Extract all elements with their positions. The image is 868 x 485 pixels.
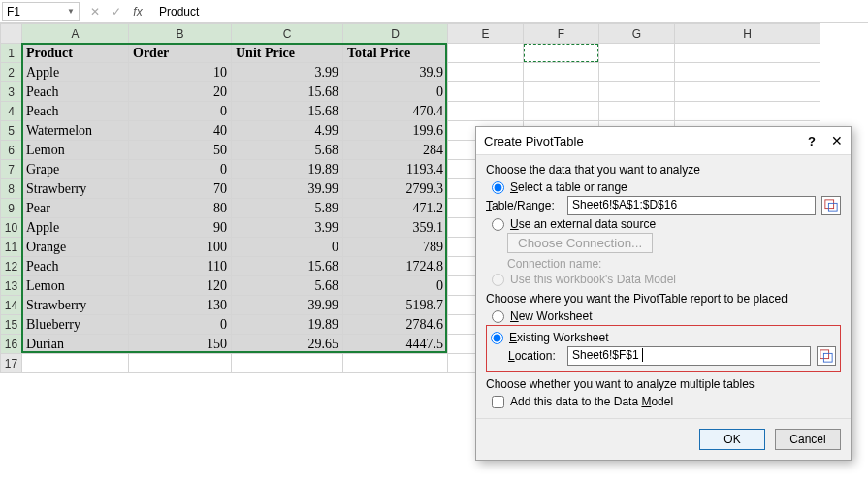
location-input[interactable]: Sheet6!$F$1 [567, 346, 811, 366]
formula-input[interactable]: Product [153, 2, 866, 21]
row-header[interactable]: 5 [1, 121, 22, 141]
cell[interactable] [524, 82, 599, 102]
col-header-d[interactable]: D [343, 24, 448, 44]
cancel-button[interactable]: Cancel [775, 429, 841, 450]
cell[interactable]: 29.65 [232, 335, 343, 354]
cell[interactable]: Orange [22, 238, 129, 257]
cell[interactable] [599, 44, 675, 63]
col-header-h[interactable]: H [675, 24, 820, 44]
cell[interactable]: Pear [22, 199, 129, 218]
cell[interactable]: Blueberry [22, 315, 129, 335]
cell[interactable]: 471.2 [343, 199, 448, 218]
cell[interactable]: 284 [343, 141, 448, 160]
cell[interactable]: 19.89 [232, 315, 343, 335]
cell[interactable]: 0 [129, 160, 232, 179]
cell[interactable]: 130 [129, 296, 232, 315]
cell[interactable]: 150 [129, 335, 232, 354]
cell[interactable] [675, 63, 820, 82]
row-header[interactable]: 15 [1, 315, 22, 335]
cancel-formula-icon[interactable]: ✕ [85, 2, 105, 21]
dialog-titlebar[interactable]: Create PivotTable ? ✕ [476, 127, 851, 155]
cell[interactable]: 39.99 [232, 179, 343, 199]
row-header[interactable]: 4 [1, 102, 22, 121]
col-header-a[interactable]: A [22, 24, 129, 44]
cell[interactable]: 1193.4 [343, 160, 448, 179]
row-header[interactable]: 17 [1, 354, 22, 373]
row-header[interactable]: 8 [1, 179, 22, 199]
cell[interactable]: 50 [129, 141, 232, 160]
cell[interactable] [675, 44, 820, 63]
cell[interactable] [448, 44, 524, 63]
checkbox-add-data-model-label[interactable]: Add this data to the Data Model [510, 395, 673, 408]
cell[interactable]: 5.68 [232, 141, 343, 160]
cell[interactable] [675, 102, 820, 121]
row-header[interactable]: 16 [1, 335, 22, 354]
cell[interactable]: 19.89 [232, 160, 343, 179]
cell[interactable]: 0 [232, 238, 343, 257]
cell[interactable]: 199.6 [343, 121, 448, 141]
row-header[interactable]: 10 [1, 218, 22, 238]
cell[interactable]: Apple [22, 63, 129, 82]
radio-external-data-label[interactable]: Use an external data source [510, 217, 656, 231]
cell[interactable]: 0 [129, 315, 232, 335]
cell[interactable] [448, 102, 524, 121]
cell[interactable]: 15.68 [232, 102, 343, 121]
row-header[interactable]: 7 [1, 160, 22, 179]
cell[interactable] [22, 354, 129, 373]
cell[interactable]: 3.99 [232, 63, 343, 82]
cell[interactable]: 120 [129, 276, 232, 296]
cell[interactable]: 110 [129, 257, 232, 276]
cell[interactable] [524, 102, 599, 121]
row-header[interactable]: 12 [1, 257, 22, 276]
checkbox-add-data-model[interactable] [492, 396, 504, 408]
cell[interactable]: 39.9 [343, 63, 448, 82]
cell[interactable]: 15.68 [232, 82, 343, 102]
cell[interactable]: 10 [129, 63, 232, 82]
cell[interactable]: 0 [343, 82, 448, 102]
cell[interactable]: 5.68 [232, 276, 343, 296]
cell[interactable]: 39.99 [232, 296, 343, 315]
cell[interactable]: Total Price [343, 44, 448, 63]
cell[interactable]: 789 [343, 238, 448, 257]
cell[interactable]: 15.68 [232, 257, 343, 276]
cell[interactable]: Grape [22, 160, 129, 179]
cell[interactable]: 1724.8 [343, 257, 448, 276]
radio-select-range[interactable] [492, 181, 504, 194]
ok-button[interactable]: OK [699, 429, 765, 450]
location-picker-icon[interactable] [817, 346, 836, 366]
row-header[interactable]: 13 [1, 276, 22, 296]
row-header[interactable]: 2 [1, 63, 22, 82]
cell[interactable]: 100 [129, 238, 232, 257]
cell[interactable] [599, 82, 675, 102]
row-header[interactable]: 9 [1, 199, 22, 218]
cell[interactable]: 359.1 [343, 218, 448, 238]
cell[interactable]: 0 [343, 276, 448, 296]
cell[interactable] [129, 354, 232, 373]
col-header-e[interactable]: E [448, 24, 524, 44]
cell[interactable]: Peach [22, 82, 129, 102]
col-header-f[interactable]: F [524, 24, 599, 44]
row-header[interactable]: 6 [1, 141, 22, 160]
radio-new-worksheet-label[interactable]: New Worksheet [510, 309, 592, 323]
table-range-input[interactable]: Sheet6!$A$1:$D$16 [567, 196, 816, 215]
cell[interactable] [232, 354, 343, 373]
cell[interactable]: Lemon [22, 276, 129, 296]
cell[interactable] [448, 82, 524, 102]
dialog-close-icon[interactable]: ✕ [831, 133, 843, 148]
radio-select-range-label[interactable]: Select a table or range [510, 180, 627, 194]
row-header[interactable]: 1 [1, 44, 22, 63]
cell[interactable]: Strawberry [22, 296, 129, 315]
cell[interactable]: 3.99 [232, 218, 343, 238]
cell[interactable]: 470.4 [343, 102, 448, 121]
cell[interactable]: Peach [22, 102, 129, 121]
cell[interactable]: 20 [129, 82, 232, 102]
row-header[interactable]: 3 [1, 82, 22, 102]
name-box-dropdown-icon[interactable]: ▼ [67, 7, 75, 16]
row-header[interactable]: 14 [1, 296, 22, 315]
cell[interactable]: Watermelon [22, 121, 129, 141]
cell[interactable] [675, 82, 820, 102]
cell[interactable]: 2799.3 [343, 179, 448, 199]
cell[interactable]: 40 [129, 121, 232, 141]
cell[interactable] [448, 63, 524, 82]
accept-formula-icon[interactable]: ✓ [107, 2, 126, 21]
